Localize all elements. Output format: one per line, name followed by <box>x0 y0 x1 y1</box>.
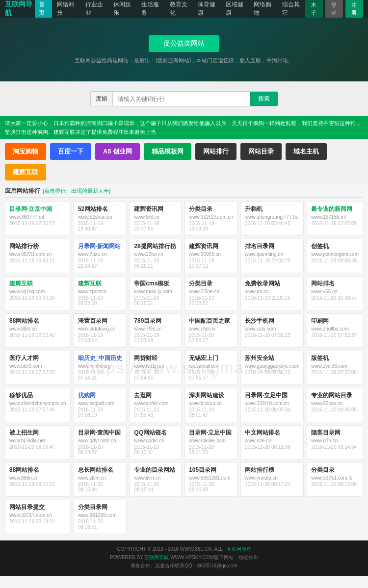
quick-btn-jianhui[interactable]: 建辉互联 <box>5 164 46 180</box>
site-link[interactable]: 移够优品 <box>9 392 33 399</box>
site-link[interactable]: 分类目录 <box>189 205 212 212</box>
quick-btn-baidu[interactable]: 百度一下 <box>50 143 91 160</box>
site-link[interactable]: 目录网·立足中国 <box>189 429 232 436</box>
site-card[interactable]: 中国配百页之家 www.chcv.tv 2015-11-20 07:56:27 <box>184 313 237 348</box>
site-card[interactable]: 网贷财经 www.wd1rj.cn 2015-11-20 07:54:55 <box>130 351 182 385</box>
site-card[interactable]: 细历史_中国历史 www.lhlhlhl.org 2016-11-29 07:5… <box>74 351 127 385</box>
site-link[interactable]: 网站排行榜 <box>9 243 39 250</box>
site-link[interactable]: 28提网站排行榜 <box>134 243 176 250</box>
site-card[interactable]: 88网站排名 www.8l8n.cn 2016-11-19 22:02:42 <box>5 313 71 348</box>
quick-btn-a5[interactable]: A5 创业网 <box>95 143 140 160</box>
site-card[interactable]: 网站排行榜 www.ynnulp.cn 2015-11-20 08:17:21 <box>240 462 304 497</box>
nav-life[interactable]: 生活服务 <box>137 0 164 19</box>
site-link[interactable]: 网站排行榜 <box>245 466 274 473</box>
site-link[interactable]: 建辉互联 <box>9 280 33 287</box>
site-card[interactable]: 网站目录提交 www.33717.com.cn 2016-11-29 08:19… <box>5 500 71 534</box>
site-card[interactable]: 月录网·新闻网站 www.7uzu.cn 2016-11-19 22:04:27 <box>74 239 127 273</box>
site-link[interactable]: 105目录网 <box>189 466 216 473</box>
site-link[interactable]: 帝国cms模板 <box>134 280 169 287</box>
site-link[interactable]: 建辉资讯网 <box>134 205 163 212</box>
site-card[interactable]: 专业的目录网站 www.lrnn.cn 2015-11-20 08:16:14 <box>130 462 182 497</box>
site-link[interactable]: 专业的目录网站 <box>134 466 175 473</box>
site-card[interactable]: 隐客目录网 www.o3h.cn 2016-11-20 08:14:54 <box>307 425 363 460</box>
site-link[interactable]: 建辉互联 <box>78 280 102 287</box>
nav-home[interactable]: 首页 <box>35 0 53 19</box>
site-link[interactable]: 总长网站排名 <box>78 466 113 473</box>
site-card[interactable]: 排名目录网 www.ipanming.cn 2015-11-19 22:02:2… <box>240 239 304 273</box>
site-link[interactable]: 去逛网 <box>134 392 152 399</box>
site-link[interactable]: 专业的网站目录 <box>311 392 352 399</box>
site-card[interactable]: 帝国cms模板 www.mulu.jx.com 2015-11-20 08:16… <box>130 276 182 310</box>
site-card[interactable]: 52网站排名 www.52shan.cn 2016-11-19 19:40:47 <box>74 202 127 236</box>
site-card[interactable]: 被上招生网 www.bj-india.net 2016-11-29 08:08:… <box>5 425 71 460</box>
site-card[interactable]: 88网站排名 www.888n.cn 2016-11-29 08:15:18 <box>5 462 71 497</box>
nav-region[interactable]: 区域健康 <box>222 0 249 19</box>
site-link[interactable]: 88网站排名 <box>9 466 39 473</box>
site-link[interactable]: 分类目录网 <box>78 504 107 511</box>
quick-btn-domain[interactable]: 域名主机 <box>286 143 327 160</box>
hero-cta-button[interactable]: 促公益类网站 <box>149 35 219 52</box>
site-card[interactable]: 目录网·查阅中国 www.qdyr.com.cn 2016-11-20 08:0… <box>74 425 127 460</box>
site-link[interactable]: 创签机 <box>311 243 329 250</box>
site-link[interactable]: 排名目录网 <box>245 243 274 250</box>
site-card[interactable]: 免费收录网站 www.mr.cn 2016-11-19 22:02:25 <box>240 276 304 310</box>
site-link[interactable]: 789目录网 <box>134 317 161 324</box>
site-card[interactable]: 专业的网站目录 www.92bss.cn 2016-11-20 08:05:05 <box>307 388 363 422</box>
site-card[interactable]: 网站排名 www.v65.cn 2016-11-19 20:38:57 <box>307 276 363 310</box>
site-card[interactable]: 移够优品 www.zhendzhenyoupin.cn 2016-11-29 0… <box>5 388 71 422</box>
site-link[interactable]: 中文网站排名 <box>245 429 280 436</box>
site-card[interactable]: 目录网·立足中国 www.rokllae.com 2015-11-20 08:1… <box>184 425 237 460</box>
site-card[interactable]: 去逛网 www.qufair.com 2015-11-20 07:59:43 <box>130 388 182 422</box>
site-link[interactable]: 印刷网 <box>311 317 329 324</box>
site-card[interactable]: 建辉资讯网 www.8r6.cn 2015-11-19 20:37:55 <box>130 202 182 236</box>
site-link[interactable]: 目录网·立足中国 <box>245 392 288 399</box>
site-link[interactable]: 优购网 <box>78 392 96 399</box>
site-link[interactable]: 细历史_中国历史 <box>78 355 123 361</box>
site-link[interactable]: 隐客目录网 <box>311 429 341 436</box>
site-card[interactable]: 淹置百录网 www.stdulcing.cn 2016-11-19 22:03:… <box>74 313 127 348</box>
site-link[interactable]: 目录网·查阅中国 <box>78 429 121 436</box>
site-link[interactable]: 医疗人才网 <box>9 355 39 361</box>
site-link[interactable]: 升档机 <box>245 205 263 212</box>
site-card[interactable]: 最专业的新闻网 www.167158.ml 2016-11-19 22:07:0… <box>307 202 363 236</box>
site-link[interactable]: 网站目录提交 <box>9 504 45 511</box>
site-card[interactable]: 版签机 www.zycl33.com 2016-11-29 07:57:08 <box>307 351 363 385</box>
quick-btn-rank[interactable]: 网站排行 <box>195 143 237 160</box>
nav-industry[interactable]: 行业企业 <box>81 0 108 19</box>
site-card[interactable]: 创签机 www.pktelongtml.com 2016-11-29 09:05… <box>307 239 363 273</box>
site-card[interactable]: 目录网·立足中国 www.332r19.com.cn 2015-11-20 08… <box>240 388 304 422</box>
quick-btn-taobao[interactable]: 淘宝购物 <box>5 143 46 160</box>
site-card[interactable]: 105目录网 www.5661081.com 2015-11-20 08:16:… <box>184 462 237 497</box>
site-card[interactable]: 印刷网 www.zhollbs.com 2016-11-20 07:52:37 <box>307 313 363 348</box>
site-card[interactable]: 升档机 www.shengruangi777.he 2016-11-20 03:… <box>240 202 304 236</box>
site-card[interactable]: 分类目录网 www.981399.com 2016-11-20 08:18:51 <box>74 500 127 534</box>
site-card[interactable]: 789目录网 www.7f9s.cn 2016-11-19 22:03:48 <box>130 313 182 348</box>
site-card[interactable]: 建辉互联 www.vg1sq.com 2016-11-19 19:30:26 <box>5 276 71 310</box>
site-card[interactable]: 建辉资讯网 www.90955.cn 2015-11-19 20:37:12 <box>184 239 237 273</box>
nav-shop[interactable]: 网络购物 <box>250 0 277 19</box>
site-link[interactable]: QQ网站链名 <box>134 429 167 436</box>
site-link[interactable]: 分类目录 <box>311 466 335 473</box>
search-input[interactable] <box>113 92 250 106</box>
section-title-sub[interactable]: [点击排行、出现的最新大全] <box>43 187 110 195</box>
site-card[interactable]: 医疗人才网 www.blcf3.com 2016-11-29 07:52:58 <box>5 351 71 385</box>
site-link[interactable]: 52网站排名 <box>78 205 108 212</box>
site-card[interactable]: 优购网 www.szgndl.com 2016-11-29 07:58:19 <box>74 388 127 422</box>
site-card[interactable]: 目录网·立京中国 www.360777.ml 2016-11-19 22:30:… <box>5 202 71 236</box>
user-button[interactable]: 木子 <box>305 0 323 18</box>
site-card[interactable]: 分类目录 www.332r19.com.cn 2015-11-19 19:29:… <box>184 202 237 236</box>
nav-sport[interactable]: 体育健康 <box>194 0 221 19</box>
search-button[interactable]: 搜索 <box>250 92 278 106</box>
site-link[interactable]: 苏州安全站 <box>245 355 274 361</box>
site-card[interactable]: 深圳网站建设 www.bcocut.cn 2015-11-20 08:01:47 <box>184 388 237 422</box>
site-card[interactable]: 长沙手机网 www.cslu.com 2016-11-25 07:51:25 <box>240 313 304 348</box>
nav-leisure[interactable]: 休闲娱乐 <box>109 0 136 19</box>
site-card[interactable]: QQ网站链名 www.qqdki.cn 2015-11-20 08:10:11 <box>130 425 182 460</box>
site-card[interactable]: 分类目录 www.22loe.cn 2016-11-19 20:38:57 <box>184 276 237 310</box>
site-link[interactable]: 免费收录网站 <box>245 280 280 287</box>
site-card[interactable]: 网站排行榜 www.99731.com.cn 2016-11-19 19:43:… <box>5 239 71 273</box>
site-link[interactable]: 建辉资讯网 <box>189 243 218 250</box>
site-link[interactable]: 淹置百录网 <box>78 317 107 324</box>
quick-btn-dir[interactable]: 网站目录 <box>240 143 282 160</box>
nav-tech[interactable]: 网络科技 <box>53 0 80 19</box>
